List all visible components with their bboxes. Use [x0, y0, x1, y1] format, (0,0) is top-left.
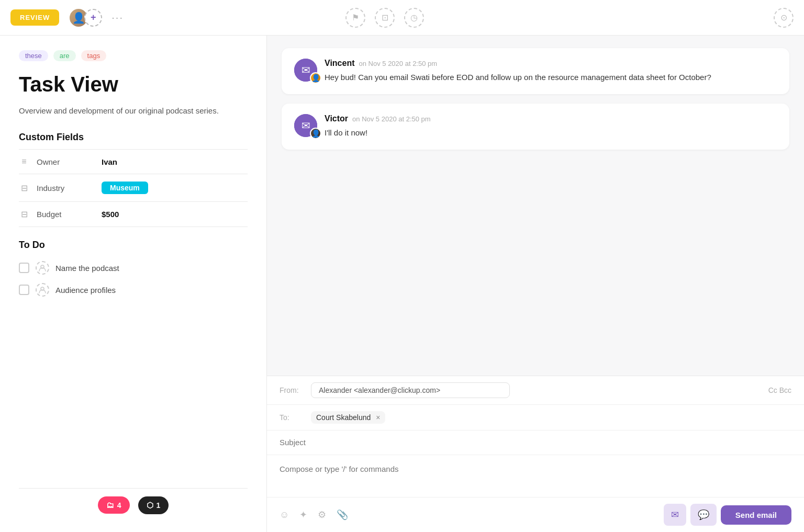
dark-badge-icon: ⬡ [147, 501, 153, 510]
todo-avatar-1 [36, 261, 49, 275]
from-input[interactable] [311, 382, 510, 398]
budget-icon: ⊟ [19, 209, 29, 219]
task-title: Task View [19, 73, 248, 96]
msg-name-2: Victor [325, 114, 348, 123]
to-label: To: [280, 413, 306, 422]
compose-input[interactable] [280, 465, 791, 473]
left-panel: these are tags Task View Overview and de… [0, 36, 267, 532]
chat-icon: 💬 [698, 510, 709, 520]
to-chip[interactable]: Court Skabelund × [311, 411, 385, 424]
field-budget: ⊟ Budget $500 [19, 202, 248, 227]
msg-time-1: on Nov 5 2020 at 2:50 pm [359, 60, 438, 67]
paperclip-icon: 📎 [337, 510, 348, 520]
plus-icon: + [91, 12, 96, 23]
right-toolbar-icons: ⚑ ⊡ ◷ ⊙ [345, 8, 794, 28]
dark-badge-count: 1 [157, 501, 161, 510]
pink-badge-icon: 🗂 [106, 501, 114, 510]
settings-icon-button-email[interactable]: ⚙ [318, 509, 326, 520]
compose-row [267, 455, 804, 497]
to-chip-text: Court Skabelund [316, 413, 371, 422]
clock-icon: ◷ [410, 13, 418, 22]
right-panel: ✉ 👤 Vincent on Nov 5 2020 at 2:50 pm Hey… [267, 36, 804, 532]
email-to-row: To: Court Skabelund × [267, 405, 804, 431]
email-from-row: From: Cc Bcc [267, 376, 804, 405]
todo-text-2: Audience profiles [55, 286, 116, 295]
pink-badge-button[interactable]: 🗂 4 [98, 496, 130, 514]
dark-badge-button[interactable]: ⬡ 1 [138, 496, 169, 514]
todo-avatar-2 [36, 283, 49, 297]
bottom-bar: 🗂 4 ⬡ 1 [19, 488, 248, 522]
main-layout: these are tags Task View Overview and de… [0, 36, 804, 532]
email-compose: From: Cc Bcc To: Court Skabelund × [267, 376, 804, 532]
msg-text-2: I'll do it now! [325, 127, 777, 139]
calendar-icon-button[interactable]: ⊡ [375, 8, 395, 28]
subject-row [267, 431, 804, 455]
top-toolbar: REVIEW 👤 + ··· ⚑ ⊡ ◷ ⊙ [0, 0, 804, 36]
cc-bcc-button[interactable]: Cc Bcc [768, 386, 791, 394]
msg-avatar-vincent: ✉ 👤 [294, 59, 317, 82]
avatar-group: 👤 + [69, 8, 102, 28]
todo-item-1: Name the podcast [19, 257, 248, 279]
field-owner: ≡ Owner Ivan [19, 150, 248, 174]
more-button[interactable]: ··· [111, 12, 124, 24]
tag-tags[interactable]: tags [81, 50, 107, 61]
add-member-button[interactable]: + [84, 9, 102, 27]
todo-item-2: Audience profiles [19, 279, 248, 301]
todo-checkbox-2[interactable] [19, 285, 29, 295]
emoji-icon: ☺ [280, 510, 289, 520]
msg-text-1: Hey bud! Can you email Swati before EOD … [325, 71, 777, 84]
clock-icon-button[interactable]: ◷ [404, 8, 424, 28]
calendar-icon: ⊡ [382, 13, 388, 22]
tag-these[interactable]: these [19, 50, 48, 61]
attach-icon-button[interactable]: 📎 [337, 509, 348, 520]
msg-name-1: Vincent [325, 59, 355, 68]
send-mode-toggle-2[interactable]: 💬 [690, 504, 717, 526]
to-chip-remove[interactable]: × [376, 413, 380, 422]
budget-value: $500 [102, 210, 119, 219]
budget-label: Budget [37, 210, 94, 219]
emoji-icon-button[interactable]: ☺ [280, 510, 289, 520]
subject-input[interactable] [280, 438, 791, 447]
custom-fields: ≡ Owner Ivan ⊟ Industry Museum ⊟ Budget … [19, 149, 248, 227]
send-mode-toggle[interactable]: ✉ [664, 504, 686, 526]
owner-label: Owner [37, 157, 94, 166]
email-bottom-bar: ☺ ✦ ⚙ 📎 ✉ 💬 Send [267, 497, 804, 532]
flag-icon-button[interactable]: ⚑ [345, 8, 365, 28]
tag-are[interactable]: are [53, 50, 76, 61]
review-button[interactable]: REVIEW [10, 9, 59, 26]
send-email-button[interactable]: Send email [721, 505, 791, 525]
settings-icon: ⊙ [780, 13, 787, 22]
owner-icon: ≡ [19, 157, 29, 166]
sparkle-icon: ✦ [299, 510, 307, 520]
task-description: Overview and development of our original… [19, 105, 248, 117]
todo-section: To Do Name the podcast [19, 240, 248, 301]
gear-icon: ⚙ [318, 510, 326, 520]
custom-fields-title: Custom Fields [19, 132, 248, 143]
send-mode-icon: ✉ [671, 510, 679, 520]
from-label: From: [280, 386, 306, 394]
industry-label: Industry [37, 184, 94, 193]
message-2: ✉ 👤 Victor on Nov 5 2020 at 2:50 pm I'll… [282, 104, 789, 150]
industry-icon: ⊟ [19, 183, 29, 193]
tags-row: these are tags [19, 50, 248, 61]
message-1: ✉ 👤 Vincent on Nov 5 2020 at 2:50 pm Hey… [282, 48, 789, 94]
send-button-group: ✉ 💬 Send email [664, 504, 791, 526]
todo-text-1: Name the podcast [55, 264, 119, 273]
settings-icon-button[interactable]: ⊙ [774, 8, 794, 28]
field-industry: ⊟ Industry Museum [19, 174, 248, 202]
sparkle-icon-button[interactable]: ✦ [299, 509, 307, 520]
pink-badge-count: 4 [117, 501, 121, 510]
flag-icon: ⚑ [352, 13, 359, 22]
industry-badge[interactable]: Museum [102, 182, 148, 194]
msg-time-2: on Nov 5 2020 at 2:50 pm [352, 115, 431, 123]
todo-checkbox-1[interactable] [19, 263, 29, 273]
owner-value: Ivan [102, 157, 117, 166]
todo-title: To Do [19, 240, 248, 251]
msg-avatar-victor: ✉ 👤 [294, 114, 317, 137]
chat-area: ✉ 👤 Vincent on Nov 5 2020 at 2:50 pm Hey… [267, 36, 804, 376]
